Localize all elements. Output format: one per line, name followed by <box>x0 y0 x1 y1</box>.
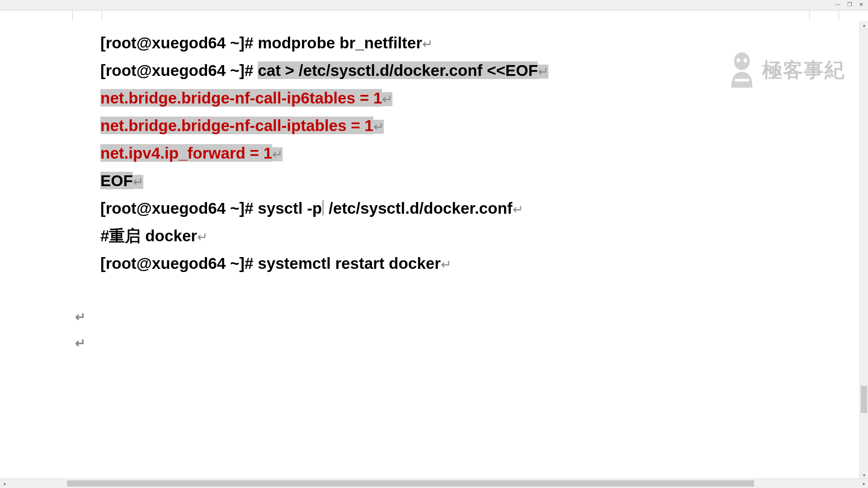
vertical-scrollbar[interactable]: ▴ ▾ <box>859 21 868 479</box>
enter-icon: ↵ <box>422 37 433 51</box>
window-controls: ⋯ ❐ ✕ <box>834 1 865 8</box>
restore-icon[interactable]: ❐ <box>845 1 854 8</box>
line-4[interactable]: net.bridge.bridge-nf-call-iptables = 1↵ <box>100 113 850 140</box>
close-icon[interactable]: ✕ <box>857 1 865 8</box>
line-6[interactable]: EOF↵ <box>100 168 850 195</box>
document-workspace: 極客事紀 [root@xuegod64 ~]# modprobe br_netf… <box>0 21 868 479</box>
vscroll-track[interactable] <box>860 29 868 471</box>
ribbon-tab-right[interactable] <box>809 10 839 22</box>
line-9[interactable]: [root@xuegod64 ~]# systemctl restart doc… <box>100 250 850 278</box>
ribbon-collapsed <box>0 10 868 21</box>
enter-icon: ↵ <box>382 92 392 106</box>
enter-icon: ↵ <box>441 258 451 272</box>
line-7[interactable]: [root@xuegod64 ~]# sysctl -p /etc/sysctl… <box>100 195 850 223</box>
paragraph-mark-icon: ↵ <box>75 330 85 357</box>
more-icon[interactable]: ⋯ <box>834 1 842 8</box>
ribbon-tab-left[interactable] <box>72 10 102 22</box>
line-5[interactable]: net.ipv4.ip_forward = 1↵ <box>100 140 850 168</box>
paragraph-mark-icon: ↵ <box>75 304 85 330</box>
scroll-left-icon[interactable]: ◂ <box>0 479 8 488</box>
scroll-down-icon[interactable]: ▾ <box>860 471 868 479</box>
text-caret <box>323 200 323 216</box>
window-titlebar: ⋯ ❐ ✕ <box>0 0 868 10</box>
document-page[interactable]: [root@xuegod64 ~]# modprobe br_netfilter… <box>100 30 850 330</box>
hscroll-track[interactable] <box>67 480 754 487</box>
enter-icon: ↵ <box>538 65 548 79</box>
line-11-empty[interactable]: ↵ <box>100 304 850 330</box>
scroll-right-icon[interactable]: ▸ <box>860 479 868 488</box>
enter-icon: ↵ <box>272 147 283 161</box>
hscroll-thumb[interactable] <box>67 480 754 487</box>
enter-icon: ↵ <box>513 202 523 216</box>
line-1[interactable]: [root@xuegod64 ~]# modprobe br_netfilter… <box>100 30 850 57</box>
enter-icon: ↵ <box>133 175 143 189</box>
enter-icon: ↵ <box>373 120 384 134</box>
enter-icon: ↵ <box>197 230 208 244</box>
horizontal-scrollbar[interactable]: ◂ ▸ <box>0 479 868 488</box>
vscroll-thumb[interactable] <box>861 386 867 413</box>
line-8[interactable]: #重启 docker↵ <box>100 223 850 250</box>
scroll-up-icon[interactable]: ▴ <box>860 21 868 29</box>
line-2[interactable]: [root@xuegod64 ~]# cat > /etc/sysctl.d/d… <box>100 57 850 85</box>
line-10-empty[interactable]: ↵ <box>100 278 850 304</box>
line-3[interactable]: net.bridge.bridge-nf-call-ip6tables = 1↵ <box>100 85 850 113</box>
